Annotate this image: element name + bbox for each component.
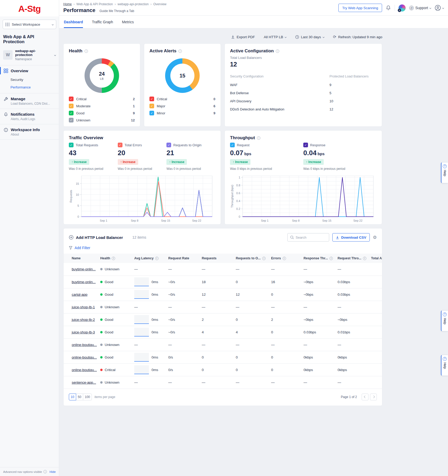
breadcrumb-item[interactable]: Web App & API Protection [76,2,113,6]
guide-me-link[interactable]: Guide Me Through a Tab [99,9,134,13]
series-checkbox[interactable]: ✓ [149,97,154,101]
export-pdf-button[interactable]: Export PDF [231,35,255,39]
sidebar-item-notifications[interactable]: Notifications Alerts, Audit Logs [0,109,59,124]
sidebar-item-overview[interactable]: Overview [0,65,59,76]
tenant-avatar[interactable]: 8 [399,4,406,12]
time-range-dropdown[interactable]: Last 30 days [295,35,324,39]
tab-metrics[interactable]: Metrics [122,16,134,28]
lb-name-link[interactable]: online-boutiqu... [72,368,97,372]
page-size-100[interactable]: 100 [83,394,92,400]
add-filter-button[interactable]: Add Filter [64,242,382,254]
column-header-health[interactable]: Healthi [100,254,134,263]
hide-nav-link[interactable]: Hide [49,470,56,473]
table-row[interactable]: buytime-onlin...Unknown——————— [64,263,382,276]
lb-table-scroll-area[interactable]: NameHealthiAvg LatencyiRequest RateReque… [64,254,382,389]
column-header-request-rate[interactable]: Request Rate [168,254,202,263]
lb-name-link[interactable]: juice-shop-lb-3 [72,330,95,334]
info-icon[interactable]: i [283,257,286,260]
lb-name-link[interactable]: buytime-onlin... [72,267,96,271]
support-menu[interactable]: @ Support [409,6,431,10]
refresh-button[interactable]: ⟳ Refresh: Updated 9 min ago [333,35,382,39]
page-size-50[interactable]: 50 [76,394,83,400]
table-row[interactable]: online-boutiqu...Unknown——————— [64,338,382,351]
table-row[interactable]: juice-shop-lb-3Good0ms~0/s4400.03bps0.01… [64,326,382,338]
search-input[interactable] [296,236,324,239]
logo[interactable]: A-Stg [0,0,59,16]
info-icon[interactable]: i [262,257,266,260]
series-checkbox[interactable]: ✓ [69,104,74,108]
health-status: Good [105,318,113,322]
lb-name-link[interactable]: online-boutiqu... [72,343,97,347]
table-row[interactable]: sentence-app...Unknown——————— [64,376,382,389]
column-header-response-thr[interactable]: Response Thr...i [304,254,338,263]
column-header-requests[interactable]: Requests [202,254,236,263]
breadcrumb-item[interactable]: Overview [153,2,166,6]
table-row[interactable]: juice-shop-lb-1Unknown——————— [64,301,382,313]
tab-traffic-graph[interactable]: Traffic Graph [92,16,113,28]
table-row[interactable]: juice-shop-lb-2Good0ms~0/s202~0bps~0bps [64,313,382,326]
next-page-button[interactable] [370,394,377,400]
series-checkbox[interactable]: ✓ [69,111,74,115]
table-row[interactable]: online-boutiqu...Critical0ms0/s0000kbps0… [64,363,382,376]
info-icon[interactable]: i [257,136,260,140]
series-checkbox[interactable]: ✓ [230,143,235,147]
column-header-requests-to-o[interactable]: Requests to O...i [236,254,271,263]
lb-name-link[interactable]: cartql-app [72,293,87,296]
info-icon[interactable]: i [155,257,159,260]
prev-page-button[interactable] [362,394,368,400]
series-checkbox[interactable]: ✓ [149,104,154,108]
series-checkbox[interactable]: ✓ [166,143,171,147]
info-icon[interactable]: i [329,257,333,260]
help-tab[interactable]: ? Help [441,310,448,331]
series-checkbox[interactable]: ✓ [303,143,308,147]
table-search[interactable] [287,233,329,242]
workspace-selector[interactable]: Select Workspace [3,20,56,29]
column-header-errors[interactable]: Errorsi [271,254,304,263]
series-checkbox[interactable]: ✓ [69,97,74,101]
info-icon[interactable]: i [276,49,279,53]
lb-filter-dropdown[interactable]: All HTTP LB [264,35,286,39]
lb-name-link[interactable]: buytime-onlin... [72,280,96,284]
series-checkbox[interactable]: ✓ [69,118,74,122]
breadcrumb-item[interactable]: webapp-api-protection [117,2,149,6]
svg-text:Sep 8: Sep 8 [292,219,300,222]
lb-name-link[interactable]: sentence-app... [72,380,96,384]
table-row[interactable]: buytime-onlin...Good0ms~0/s18016~0bps0.0… [64,276,382,288]
column-header-total-ale[interactable]: Total Ale... [371,254,382,263]
sidebar-item-manage[interactable]: Manage Load Balancers, CDN Dist... [0,93,59,109]
notifications-bell-icon[interactable] [386,5,391,11]
series-checkbox[interactable]: ✓ [118,143,122,147]
breadcrumb-home[interactable]: Home [63,2,72,6]
response-throughput-value: — [304,376,338,389]
sidebar-item-workspace-info[interactable]: Workspace Info About [0,124,59,140]
column-header-name[interactable]: Name [64,254,100,263]
table-row[interactable]: cartql-appGood0ms~0/s12120~0bps0.03bps [64,288,382,301]
table-row[interactable]: online-boutiqu...Good0ms0/s0000kbps0kbps [64,351,382,363]
lb-name-link[interactable]: online-boutiqu... [72,355,97,359]
sidebar-item-performance[interactable]: Performance [0,83,59,91]
series-checkbox[interactable]: ✓ [69,143,74,147]
download-csv-button[interactable]: Download CSV [332,233,370,242]
try-web-app-scanning-button[interactable]: Try Web App Scanning [338,4,382,12]
table-settings-gear-icon[interactable]: ⚙ [373,235,377,240]
info-icon[interactable]: i [178,49,182,53]
config-feature: DDoS Detection and Auto Mitigation [230,107,329,111]
help-tab[interactable]: ? Help [441,355,448,376]
lb-name-link[interactable]: juice-shop-lb-2 [72,318,95,322]
sidebar-item-security[interactable]: Security [0,76,59,83]
info-icon[interactable]: i [363,257,366,260]
info-icon[interactable]: i [112,257,115,260]
add-http-lb-button[interactable]: Add HTTP Load Balancer [69,235,123,240]
page-size-10[interactable]: 10 [69,394,76,400]
help-tab[interactable]: ? Help [441,162,448,183]
lb-name-link[interactable]: juice-shop-lb-1 [72,305,95,309]
request-throughput-value: — [338,301,371,313]
tab-dashboard[interactable]: Dashboard [64,16,83,28]
series-checkbox[interactable]: ✓ [149,111,154,115]
column-header-avg-latency[interactable]: Avg Latencyi [134,254,168,263]
column-header-request-thro[interactable]: Request Thro...i [338,254,371,263]
namespace-selector[interactable]: W webapp-api-protection Namespace [0,47,59,65]
requests-value: 0 [202,363,236,376]
info-icon[interactable]: i [85,49,88,53]
account-menu[interactable] [435,5,444,11]
